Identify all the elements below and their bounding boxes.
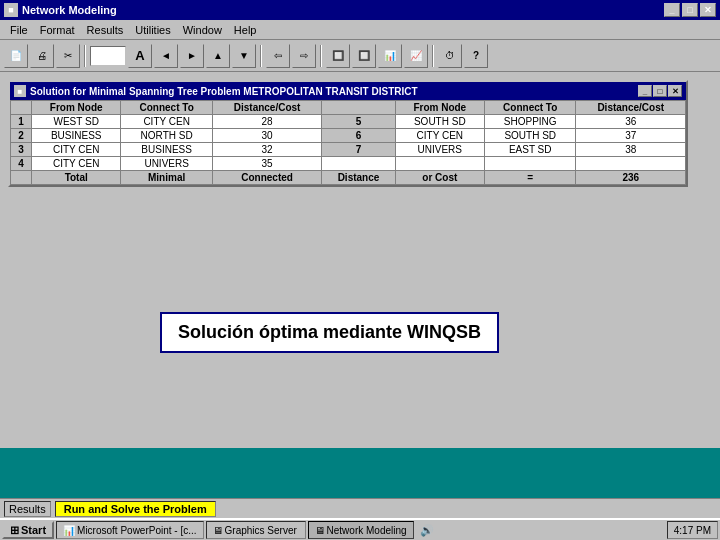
inner-maximize-button[interactable]: □ xyxy=(653,85,667,97)
toolbar-sep-4 xyxy=(432,45,434,67)
toolbar-btn-11[interactable]: 🔲 xyxy=(352,44,376,68)
toolbar-btn-a[interactable]: A xyxy=(128,44,152,68)
empty-num xyxy=(322,157,395,171)
menu-utilities[interactable]: Utilities xyxy=(129,22,176,38)
row-cost-3: 32 xyxy=(212,143,321,157)
taskbar: ⊞ Start 📊 Microsoft PowerPoint - [c... 🖥… xyxy=(0,518,720,540)
table-row: 3 CITY CEN BUSINESS 32 7 UNIVERS EAST SD… xyxy=(11,143,686,157)
start-icon: ⊞ xyxy=(10,524,19,537)
inner-minimize-button[interactable]: _ xyxy=(638,85,652,97)
menu-format[interactable]: Format xyxy=(34,22,81,38)
row-to-1: CITY CEN xyxy=(121,115,212,129)
taskbar-item-powerpoint-icon: 📊 xyxy=(63,525,75,536)
solution-table: From Node Connect To Distance/Cost From … xyxy=(10,100,686,185)
row-to-2: NORTH SD xyxy=(121,129,212,143)
taskbar-item-graphics[interactable]: 🖥 Graphics Server xyxy=(206,521,306,539)
col-num-right xyxy=(322,101,395,115)
row-num-1: 1 xyxy=(11,115,32,129)
clock-time: 4:17 PM xyxy=(674,525,711,536)
row-cost-2: 30 xyxy=(212,129,321,143)
status-results-label: Results xyxy=(9,503,46,515)
row-num-5: 5 xyxy=(322,115,395,129)
toolbar-btn-help[interactable]: ? xyxy=(464,44,488,68)
menu-window[interactable]: Window xyxy=(177,22,228,38)
toolbar-sep-3 xyxy=(320,45,322,67)
table-row: 4 CITY CEN UNIVERS 35 xyxy=(11,157,686,171)
value-input[interactable]: 0.00 xyxy=(90,46,126,66)
toolbar-btn-9[interactable]: ⇨ xyxy=(292,44,316,68)
toolbar-btn-6[interactable]: ▲ xyxy=(206,44,230,68)
toolbar-btn-8[interactable]: ⇦ xyxy=(266,44,290,68)
status-bar: Results Run and Solve the Problem xyxy=(0,498,720,518)
row-from-5: SOUTH SD xyxy=(395,115,484,129)
row-from-4: CITY CEN xyxy=(32,157,121,171)
row-from-2: BUSINESS xyxy=(32,129,121,143)
toolbar: 📄 🖨 ✂ 0.00 A ◄ ► ▲ ▼ ⇦ ⇨ 🔲 🔲 📊 📈 ⏱ ? xyxy=(0,40,720,72)
status-run-label[interactable]: Run and Solve the Problem xyxy=(55,501,216,517)
col-to-right: Connect To xyxy=(484,101,575,115)
row-num-6: 6 xyxy=(322,129,395,143)
empty-cost xyxy=(576,157,686,171)
inner-window-title: Solution for Minimal Spanning Tree Probl… xyxy=(30,86,418,97)
col-num-left xyxy=(11,101,32,115)
menu-results[interactable]: Results xyxy=(81,22,130,38)
toolbar-sep-1 xyxy=(84,45,86,67)
total-label2: Minimal xyxy=(121,171,212,185)
col-cost-right: Distance/Cost xyxy=(576,101,686,115)
toolbar-sep-2 xyxy=(260,45,262,67)
total-empty xyxy=(11,171,32,185)
row-from-3: CITY CEN xyxy=(32,143,121,157)
toolbar-btn-12[interactable]: 📊 xyxy=(378,44,402,68)
taskbar-item-network-label: Network Modeling xyxy=(327,525,407,536)
start-button[interactable]: ⊞ Start xyxy=(2,521,54,539)
total-label3: Connected xyxy=(212,171,321,185)
col-cost-left: Distance/Cost xyxy=(212,101,321,115)
taskbar-item-powerpoint[interactable]: 📊 Microsoft PowerPoint - [c... xyxy=(56,521,203,539)
inner-window-controls: _ □ ✕ xyxy=(638,85,682,97)
row-from-1: WEST SD xyxy=(32,115,121,129)
toolbar-btn-7[interactable]: ▼ xyxy=(232,44,256,68)
toolbar-btn-5[interactable]: ► xyxy=(180,44,204,68)
app-icon: ■ xyxy=(4,3,18,17)
empty-from xyxy=(395,157,484,171)
taskbar-clock: 4:17 PM xyxy=(667,521,718,539)
taskbar-item-graphics-icon: 🖥 xyxy=(213,525,223,536)
menu-help[interactable]: Help xyxy=(228,22,263,38)
total-equals: = xyxy=(484,171,575,185)
main-area: ■ Solution for Minimal Spanning Tree Pro… xyxy=(0,72,720,448)
menu-file[interactable]: File xyxy=(4,22,34,38)
row-to-5: SHOPPING xyxy=(484,115,575,129)
inner-close-button[interactable]: ✕ xyxy=(668,85,682,97)
col-from-left: From Node xyxy=(32,101,121,115)
toolbar-btn-3[interactable]: ✂ xyxy=(56,44,80,68)
taskbar-item-network[interactable]: 🖥 Network Modeling xyxy=(308,521,414,539)
taskbar-item-powerpoint-label: Microsoft PowerPoint - [c... xyxy=(77,525,196,536)
row-num-7: 7 xyxy=(322,143,395,157)
row-cost-4: 35 xyxy=(212,157,321,171)
inner-title-bar: ■ Solution for Minimal Spanning Tree Pro… xyxy=(10,82,686,100)
taskbar-item-graphics-label: Graphics Server xyxy=(225,525,297,536)
close-button[interactable]: ✕ xyxy=(700,3,716,17)
row-from-6: CITY CEN xyxy=(395,129,484,143)
toolbar-btn-1[interactable]: 📄 xyxy=(4,44,28,68)
total-label5: or Cost xyxy=(395,171,484,185)
toolbar-btn-14[interactable]: ⏱ xyxy=(438,44,462,68)
solution-text-box: Solución óptima mediante WINQSB xyxy=(160,312,499,353)
row-to-7: EAST SD xyxy=(484,143,575,157)
taskbar-system-icons: 🔊 xyxy=(416,524,438,537)
row-num-3: 3 xyxy=(11,143,32,157)
toolbar-btn-4[interactable]: ◄ xyxy=(154,44,178,68)
col-from-right: From Node xyxy=(395,101,484,115)
row-to-6: SOUTH SD xyxy=(484,129,575,143)
toolbar-btn-2[interactable]: 🖨 xyxy=(30,44,54,68)
toolbar-btn-13[interactable]: 📈 xyxy=(404,44,428,68)
minimize-button[interactable]: _ xyxy=(664,3,680,17)
title-bar: ■ Network Modeling _ □ ✕ xyxy=(0,0,720,20)
maximize-button[interactable]: □ xyxy=(682,3,698,17)
empty-to xyxy=(484,157,575,171)
solution-text: Solución óptima mediante WINQSB xyxy=(178,322,481,342)
total-label4: Distance xyxy=(322,171,395,185)
row-num-4: 4 xyxy=(11,157,32,171)
row-cost-5: 36 xyxy=(576,115,686,129)
toolbar-btn-10[interactable]: 🔲 xyxy=(326,44,350,68)
